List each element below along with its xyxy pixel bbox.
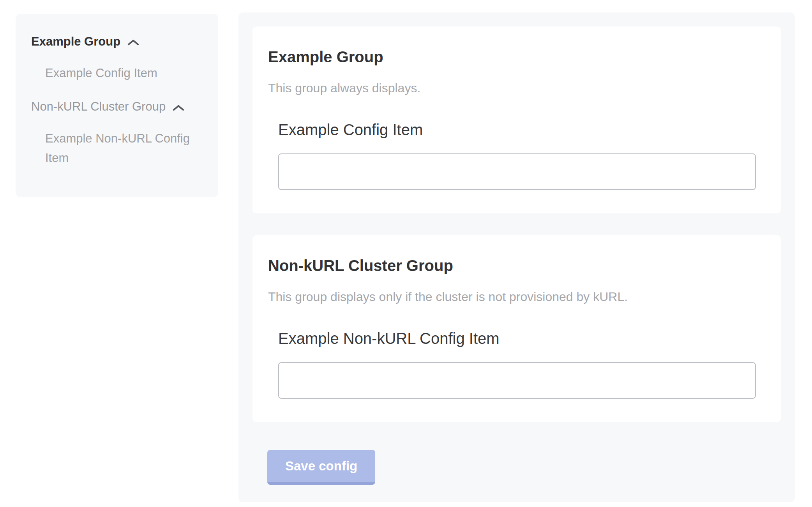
group-title: Non-kURL Cluster Group <box>268 257 756 275</box>
sidebar-group-label: Non-kURL Cluster Group <box>31 99 166 114</box>
sidebar-item-example-config-item[interactable]: Example Config Item <box>45 63 203 83</box>
config-item-input-example-non-kurl-config-item[interactable] <box>278 362 756 399</box>
chevron-up-icon <box>173 104 184 111</box>
config-item-label: Example Non-kURL Config Item <box>278 329 756 347</box>
save-config-button[interactable]: Save config <box>267 450 375 485</box>
sidebar-group-example-group[interactable]: Example Group <box>31 34 203 49</box>
group-title: Example Group <box>268 48 756 66</box>
config-main-panel: Example Group This group always displays… <box>238 12 795 502</box>
config-item: Example Non-kURL Config Item <box>278 329 756 399</box>
sidebar-group-non-kurl-cluster-group[interactable]: Non-kURL Cluster Group <box>31 99 203 114</box>
sidebar-group-label: Example Group <box>31 34 120 49</box>
config-item: Example Config Item <box>278 121 756 190</box>
group-description: This group always displays. <box>268 81 756 95</box>
group-description: This group displays only if the cluster … <box>268 289 756 304</box>
config-nav-sidebar: Example Group Example Config Item Non-kU… <box>16 14 218 197</box>
chevron-up-icon <box>127 39 139 46</box>
sidebar-item-example-non-kurl-config-item[interactable]: Example Non-kURL Config Item <box>45 129 203 168</box>
config-item-input-example-config-item[interactable] <box>278 153 756 190</box>
config-group-card-example-group: Example Group This group always displays… <box>252 26 781 213</box>
config-item-label: Example Config Item <box>278 121 756 139</box>
config-group-card-non-kurl-cluster-group: Non-kURL Cluster Group This group displa… <box>252 235 781 422</box>
